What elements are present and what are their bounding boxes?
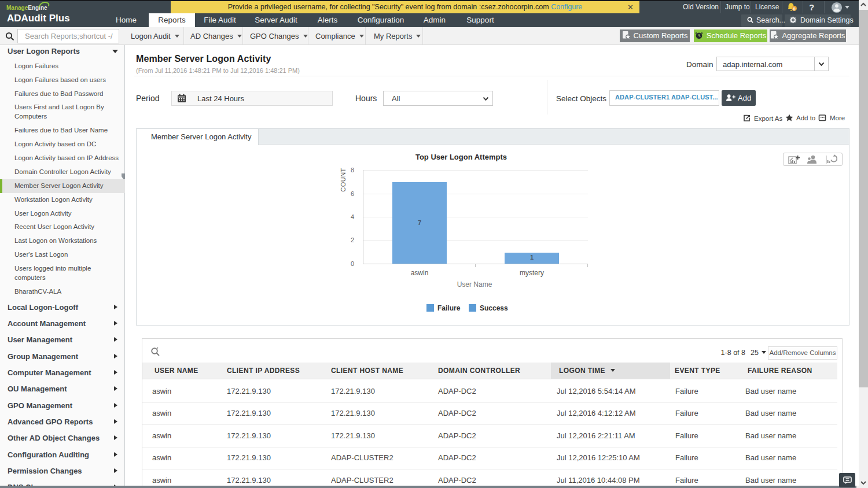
svg-text:0: 0: [793, 6, 796, 12]
